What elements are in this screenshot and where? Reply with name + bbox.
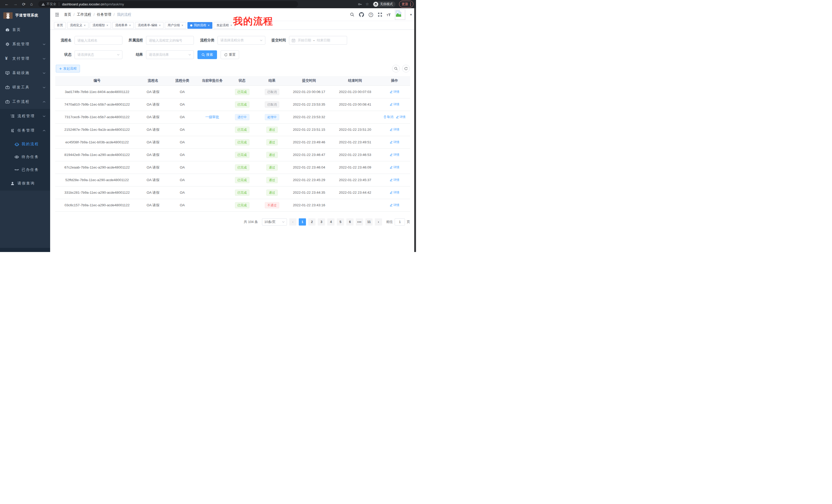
breadcrumb: 首页 / 工作流程 / 任务管理 / 我的流程 xyxy=(64,12,131,17)
more-pages-button[interactable]: ••• xyxy=(356,218,363,226)
browser-menu-icon[interactable] xyxy=(410,3,411,6)
detail-link[interactable]: 详情 xyxy=(390,203,399,207)
tab-my-process[interactable]: 我的流程× xyxy=(187,22,212,29)
sidebar-item-todo-tasks[interactable]: 待办任务 xyxy=(0,150,50,163)
next-page-button[interactable]: › xyxy=(375,218,382,226)
breadcrumb-home[interactable]: 首页 xyxy=(64,12,71,17)
page-body: 流程名 所属流程 流程分类 请选择流程分类 提交时间 开始日期 xyxy=(50,30,416,226)
close-icon[interactable]: × xyxy=(182,24,183,27)
breadcrumb-task-manage[interactable]: 任务管理 xyxy=(97,12,111,17)
filter-result-label: 结果 xyxy=(128,52,146,57)
sidebar-collapse-bar[interactable] xyxy=(0,248,50,252)
cell-id: 819442e8-7b9a-11ec-a290-acde48001122 xyxy=(55,148,139,161)
start-process-button[interactable]: 发起流程 xyxy=(56,65,80,73)
avatar-caret-icon[interactable]: ▼ xyxy=(410,13,412,16)
sidebar-item-done-tasks[interactable]: 已办任务 xyxy=(0,163,50,176)
hamburger-icon[interactable] xyxy=(55,12,59,17)
address-bar[interactable]: 不安全 dashboard.yudao.iocoder.cn /bpm/task… xyxy=(38,1,298,7)
password-key-icon[interactable] xyxy=(358,2,362,6)
cancel-link[interactable]: 取消 xyxy=(384,115,393,119)
sidebar-item-devtools[interactable]: 研发工具 xyxy=(0,80,50,94)
edit-icon xyxy=(390,103,393,106)
security-label[interactable]: 不安全 xyxy=(47,2,56,6)
sidebar-item-my-process[interactable]: 我的流程 xyxy=(0,138,50,150)
tab-start-process[interactable]: 发起流程× xyxy=(214,22,235,29)
detail-link[interactable]: 详情 xyxy=(390,102,399,107)
page-button-4[interactable]: 4 xyxy=(327,218,335,226)
edit-icon xyxy=(390,166,393,169)
cell-id: ec45f38f-7b9a-11ec-b03b-acde48001122 xyxy=(55,136,139,148)
edit-icon xyxy=(390,128,393,131)
category-select[interactable]: 请选择流程分类 xyxy=(217,36,265,45)
close-icon[interactable]: × xyxy=(106,24,108,27)
sidebar-item-infra[interactable]: 基础设施 xyxy=(0,66,50,80)
detail-link[interactable]: 详情 xyxy=(390,140,399,144)
col-status: 状态 xyxy=(227,76,257,86)
tab-user-group[interactable]: 用户分组× xyxy=(165,22,186,29)
status-select[interactable]: 请选择状态 xyxy=(75,50,122,59)
table-refresh-button[interactable] xyxy=(402,65,410,73)
window-scrollbar[interactable] xyxy=(414,8,416,252)
process-name-input[interactable] xyxy=(75,36,122,45)
detail-link[interactable]: 详情 xyxy=(390,165,399,170)
close-icon[interactable]: × xyxy=(129,24,131,27)
page-button-3[interactable]: 3 xyxy=(318,218,325,226)
font-size-icon[interactable]: TT xyxy=(387,12,391,17)
page-button-11[interactable]: 11 xyxy=(365,218,372,226)
goto-page-input[interactable] xyxy=(395,218,405,226)
process-definition-input[interactable] xyxy=(146,36,194,45)
result-select[interactable]: 请选择流结果 xyxy=(146,50,194,59)
close-icon[interactable]: × xyxy=(84,24,86,27)
tab-process-definition[interactable]: 流程定义× xyxy=(67,22,88,29)
close-icon[interactable]: × xyxy=(230,24,232,27)
browser-reload-icon[interactable]: ⟳ xyxy=(22,2,25,7)
edit-icon xyxy=(396,116,399,118)
github-icon[interactable] xyxy=(359,12,364,17)
sidebar-item-process-manage[interactable]: 流程管理 xyxy=(0,109,50,123)
sidebar-item-task-manage[interactable]: 任务管理 xyxy=(0,123,50,138)
filter-category-label: 流程分类 xyxy=(199,38,217,43)
page-button-6[interactable]: 6 xyxy=(346,218,354,226)
breadcrumb-current: 我的流程 xyxy=(117,12,131,17)
detail-link[interactable]: 详情 xyxy=(390,152,399,157)
detail-link[interactable]: 详情 xyxy=(390,190,399,195)
search-button[interactable]: 搜索 xyxy=(198,50,217,59)
table-search-toggle-button[interactable] xyxy=(392,65,400,73)
reset-button[interactable]: 重置 xyxy=(220,50,239,59)
tab-process-form-edit[interactable]: 流程表单-编辑× xyxy=(135,22,163,29)
sidebar-item-system[interactable]: 系统管理 xyxy=(0,37,50,51)
page-button-1[interactable]: 1 xyxy=(299,218,306,226)
help-icon[interactable]: ? xyxy=(368,12,373,17)
current-task-link[interactable]: 一级审批 xyxy=(205,115,219,119)
page-button-2[interactable]: 2 xyxy=(308,218,315,226)
browser-forward-icon[interactable]: → xyxy=(14,2,18,6)
browser-update-button[interactable]: 更新 xyxy=(399,1,413,7)
breadcrumb-workflow[interactable]: 工作流程 xyxy=(77,12,91,17)
submit-time-range-picker[interactable]: 开始日期 - 结束日期 xyxy=(289,36,347,45)
tab-home[interactable]: 首页 xyxy=(54,22,66,29)
page-size-select[interactable]: 10条/页 xyxy=(262,218,287,226)
prev-page-button[interactable]: ‹ xyxy=(289,218,296,226)
detail-link[interactable]: 详情 xyxy=(390,178,399,182)
avatar[interactable] xyxy=(395,9,405,20)
sidebar-item-workflow[interactable]: 工作流程 xyxy=(0,94,50,109)
sidebar-item-leave-query[interactable]: 请假查询 xyxy=(0,176,50,191)
detail-link[interactable]: 详情 xyxy=(396,115,406,119)
detail-link[interactable]: 详情 xyxy=(390,90,399,94)
search-icon[interactable] xyxy=(350,12,355,17)
sidebar-item-home[interactable]: 首页 xyxy=(0,23,50,37)
page-button-5[interactable]: 5 xyxy=(337,218,344,226)
browser-back-icon[interactable]: ← xyxy=(5,2,9,6)
sidebar-item-pay[interactable]: ¥ 支付管理 xyxy=(0,51,50,66)
edit-icon xyxy=(390,191,393,194)
close-icon[interactable]: × xyxy=(208,24,210,27)
detail-link[interactable]: 详情 xyxy=(390,128,399,132)
fullscreen-icon[interactable] xyxy=(378,12,382,17)
tab-process-model[interactable]: 流程模型× xyxy=(90,22,111,29)
browser-home-icon[interactable]: ⌂ xyxy=(30,2,33,6)
cell-category: OA xyxy=(167,123,198,136)
close-icon[interactable]: × xyxy=(159,24,161,27)
tab-process-form[interactable]: 流程表单× xyxy=(112,22,134,29)
bookmark-star-icon[interactable]: ☆ xyxy=(366,2,369,6)
dashboard-icon xyxy=(5,27,12,32)
